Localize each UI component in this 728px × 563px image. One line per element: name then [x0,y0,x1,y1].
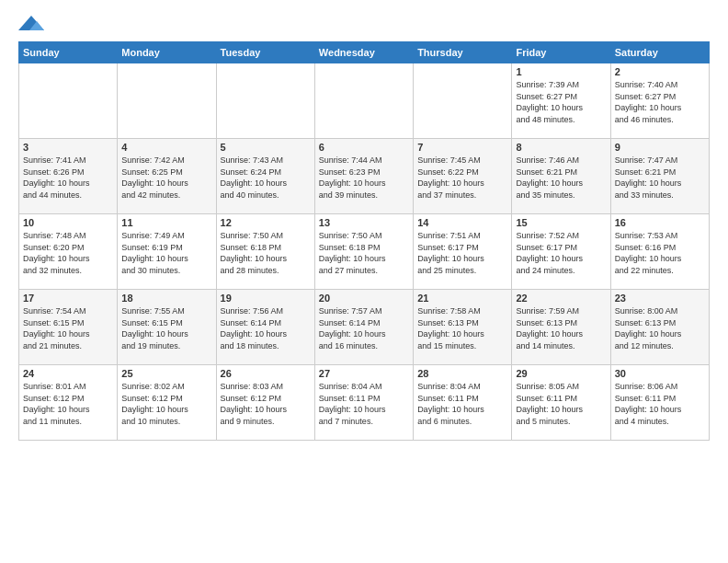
day-number: 1 [516,66,606,77]
day-info: Sunrise: 8:00 AMSunset: 6:13 PMDaylight:… [615,305,705,351]
day-number: 5 [221,142,311,153]
day-number: 18 [121,293,211,304]
weekday-header-row: SundayMondayTuesdayWednesdayThursdayFrid… [19,42,710,63]
day-info: Sunrise: 7:48 AMSunset: 6:20 PMDaylight:… [23,230,113,276]
day-info: Sunrise: 7:43 AMSunset: 6:24 PMDaylight:… [221,155,311,201]
calendar-week-3: 10Sunrise: 7:48 AMSunset: 6:20 PMDayligh… [19,214,710,290]
calendar-week-5: 24Sunrise: 8:01 AMSunset: 6:12 PMDayligh… [19,365,710,441]
page: SundayMondayTuesdayWednesdayThursdayFrid… [0,0,728,563]
day-number: 25 [121,368,211,379]
day-number: 15 [516,217,606,228]
day-info: Sunrise: 7:52 AMSunset: 6:17 PMDaylight:… [516,230,606,276]
day-info: Sunrise: 7:56 AMSunset: 6:14 PMDaylight:… [221,305,311,351]
day-info: Sunrise: 8:04 AMSunset: 6:11 PMDaylight:… [319,381,409,427]
calendar-cell: 14Sunrise: 7:51 AMSunset: 6:17 PMDayligh… [414,214,512,290]
day-info: Sunrise: 7:55 AMSunset: 6:15 PMDaylight:… [121,305,211,351]
day-number: 3 [23,142,113,153]
calendar-cell: 16Sunrise: 7:53 AMSunset: 6:16 PMDayligh… [610,214,709,290]
calendar-cell: 1Sunrise: 7:39 AMSunset: 6:27 PMDaylight… [512,63,610,139]
day-info: Sunrise: 7:50 AMSunset: 6:18 PMDaylight:… [221,230,311,276]
day-number: 24 [23,368,113,379]
day-info: Sunrise: 7:50 AMSunset: 6:18 PMDaylight:… [319,230,409,276]
day-number: 23 [615,293,705,304]
day-info: Sunrise: 8:01 AMSunset: 6:12 PMDaylight:… [23,381,113,427]
calendar-cell: 20Sunrise: 7:57 AMSunset: 6:14 PMDayligh… [314,290,413,365]
weekday-header-sunday: Sunday [19,42,118,63]
day-number: 17 [23,293,113,304]
calendar-cell: 13Sunrise: 7:50 AMSunset: 6:18 PMDayligh… [314,214,413,290]
day-number: 29 [516,368,606,379]
calendar-cell: 19Sunrise: 7:56 AMSunset: 6:14 PMDayligh… [216,290,314,365]
weekday-header-friday: Friday [512,42,610,63]
calendar-cell [118,63,216,139]
day-number: 19 [221,293,311,304]
day-number: 7 [417,142,507,153]
day-number: 8 [516,142,606,153]
day-info: Sunrise: 7:41 AMSunset: 6:26 PMDaylight:… [23,155,113,201]
day-info: Sunrise: 7:46 AMSunset: 6:21 PMDaylight:… [516,155,606,201]
day-number: 11 [121,217,211,228]
day-number: 2 [615,66,705,77]
day-number: 9 [615,142,705,153]
day-number: 16 [615,217,705,228]
calendar-cell: 9Sunrise: 7:47 AMSunset: 6:21 PMDaylight… [610,139,709,214]
day-info: Sunrise: 8:04 AMSunset: 6:11 PMDaylight:… [417,381,507,427]
weekday-header-wednesday: Wednesday [314,42,413,63]
day-info: Sunrise: 7:51 AMSunset: 6:17 PMDaylight:… [417,230,507,276]
calendar-cell: 30Sunrise: 8:06 AMSunset: 6:11 PMDayligh… [610,365,709,441]
day-info: Sunrise: 7:58 AMSunset: 6:13 PMDaylight:… [417,305,507,351]
day-number: 14 [417,217,507,228]
calendar-cell: 6Sunrise: 7:44 AMSunset: 6:23 PMDaylight… [314,139,413,214]
calendar-cell: 3Sunrise: 7:41 AMSunset: 6:26 PMDaylight… [19,139,118,214]
day-info: Sunrise: 7:54 AMSunset: 6:15 PMDaylight:… [23,305,113,351]
calendar-cell: 15Sunrise: 7:52 AMSunset: 6:17 PMDayligh… [512,214,610,290]
header [18,14,710,34]
logo [18,14,48,34]
logo-icon [18,14,44,34]
day-number: 13 [319,217,409,228]
day-info: Sunrise: 7:57 AMSunset: 6:14 PMDaylight:… [319,305,409,351]
day-info: Sunrise: 7:44 AMSunset: 6:23 PMDaylight:… [319,155,409,201]
calendar-cell: 23Sunrise: 8:00 AMSunset: 6:13 PMDayligh… [610,290,709,365]
day-info: Sunrise: 8:06 AMSunset: 6:11 PMDaylight:… [615,381,705,427]
day-number: 20 [319,293,409,304]
calendar-week-2: 3Sunrise: 7:41 AMSunset: 6:26 PMDaylight… [19,139,710,214]
day-number: 28 [417,368,507,379]
day-number: 4 [121,142,211,153]
day-info: Sunrise: 7:49 AMSunset: 6:19 PMDaylight:… [121,230,211,276]
day-number: 26 [221,368,311,379]
day-number: 21 [417,293,507,304]
calendar-cell: 25Sunrise: 8:02 AMSunset: 6:12 PMDayligh… [118,365,216,441]
weekday-header-saturday: Saturday [610,42,709,63]
calendar-cell: 18Sunrise: 7:55 AMSunset: 6:15 PMDayligh… [118,290,216,365]
calendar-week-1: 1Sunrise: 7:39 AMSunset: 6:27 PMDaylight… [19,63,710,139]
day-info: Sunrise: 8:03 AMSunset: 6:12 PMDaylight:… [221,381,311,427]
calendar-cell: 5Sunrise: 7:43 AMSunset: 6:24 PMDaylight… [216,139,314,214]
day-info: Sunrise: 7:59 AMSunset: 6:13 PMDaylight:… [516,305,606,351]
calendar-cell: 7Sunrise: 7:45 AMSunset: 6:22 PMDaylight… [414,139,512,214]
day-info: Sunrise: 7:40 AMSunset: 6:27 PMDaylight:… [615,79,705,125]
day-info: Sunrise: 7:53 AMSunset: 6:16 PMDaylight:… [615,230,705,276]
day-info: Sunrise: 7:42 AMSunset: 6:25 PMDaylight:… [121,155,211,201]
weekday-header-tuesday: Tuesday [216,42,314,63]
day-number: 30 [615,368,705,379]
day-number: 6 [319,142,409,153]
calendar-cell: 4Sunrise: 7:42 AMSunset: 6:25 PMDaylight… [118,139,216,214]
calendar-cell [19,63,118,139]
calendar-cell: 8Sunrise: 7:46 AMSunset: 6:21 PMDaylight… [512,139,610,214]
calendar-week-4: 17Sunrise: 7:54 AMSunset: 6:15 PMDayligh… [19,290,710,365]
calendar: SundayMondayTuesdayWednesdayThursdayFrid… [18,41,710,441]
calendar-cell: 21Sunrise: 7:58 AMSunset: 6:13 PMDayligh… [414,290,512,365]
day-info: Sunrise: 8:02 AMSunset: 6:12 PMDaylight:… [121,381,211,427]
day-info: Sunrise: 8:05 AMSunset: 6:11 PMDaylight:… [516,381,606,427]
weekday-header-thursday: Thursday [414,42,512,63]
day-info: Sunrise: 7:47 AMSunset: 6:21 PMDaylight:… [615,155,705,201]
calendar-cell: 12Sunrise: 7:50 AMSunset: 6:18 PMDayligh… [216,214,314,290]
calendar-cell: 11Sunrise: 7:49 AMSunset: 6:19 PMDayligh… [118,214,216,290]
day-info: Sunrise: 7:45 AMSunset: 6:22 PMDaylight:… [417,155,507,201]
calendar-cell [414,63,512,139]
weekday-header-monday: Monday [118,42,216,63]
day-number: 27 [319,368,409,379]
calendar-cell: 22Sunrise: 7:59 AMSunset: 6:13 PMDayligh… [512,290,610,365]
calendar-cell: 26Sunrise: 8:03 AMSunset: 6:12 PMDayligh… [216,365,314,441]
